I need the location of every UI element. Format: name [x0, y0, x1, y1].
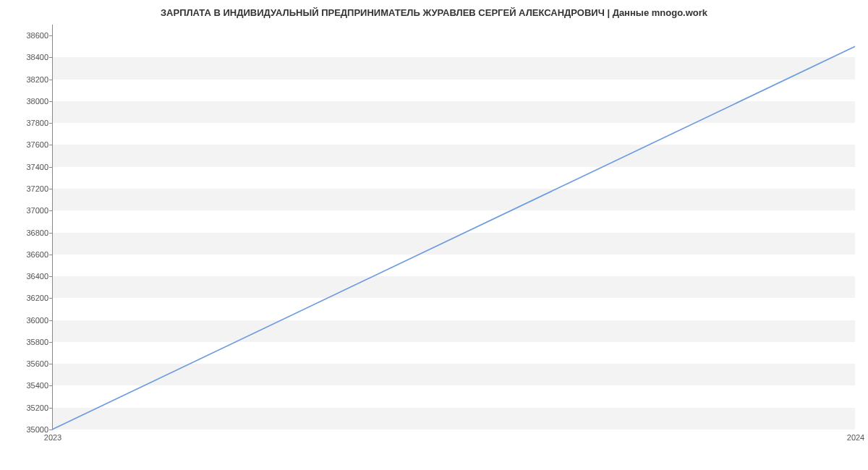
y-tick-label: 35800: [26, 338, 48, 346]
y-tick-label: 38600: [26, 31, 48, 40]
y-tick-label: 36000: [26, 316, 48, 325]
y-tick-label: 37800: [26, 119, 48, 127]
y-tick-label: 35600: [26, 359, 48, 368]
y-tick-label: 38400: [26, 53, 48, 61]
line-series: [52, 25, 855, 430]
chart-title: ЗАРПЛАТА В ИНДИВИДУАЛЬНЫЙ ПРЕДПРИНИМАТЕЛ…: [0, 0, 868, 22]
x-tick-label: 2023: [44, 433, 61, 442]
y-tick-label: 38000: [26, 97, 48, 106]
y-tick-label: 37400: [26, 163, 48, 171]
y-tick-label: 37000: [26, 206, 48, 215]
y-tick-label: 36400: [26, 272, 48, 281]
y-tick-label: 35200: [26, 403, 48, 412]
y-tick-label: 37600: [26, 140, 48, 149]
y-tick-label: 38200: [26, 75, 48, 84]
x-tick-label: 2024: [847, 433, 864, 442]
y-tick-label: 36200: [26, 294, 48, 302]
y-tick-label: 35400: [26, 381, 48, 390]
y-tick-label: 36600: [26, 250, 48, 259]
y-tick-label: 36800: [26, 228, 48, 237]
data-line: [52, 46, 855, 430]
chart-plot-area: 3500035200354003560035800360003620036400…: [52, 25, 855, 430]
y-tick-label: 37200: [26, 184, 48, 193]
